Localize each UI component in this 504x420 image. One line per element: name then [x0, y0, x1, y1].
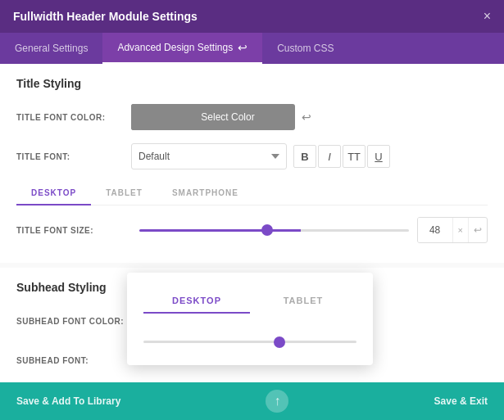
font-styles-group: B I TT U: [293, 145, 390, 168]
size-unit[interactable]: ×: [452, 218, 468, 242]
title-font-size-slider-wrap[interactable]: [139, 229, 409, 232]
modal: Fullwidth Header Module Settings × Gener…: [0, 0, 504, 420]
modal-footer: Save & Add To Library ↑ Save & Exit: [0, 382, 504, 420]
size-reset-icon[interactable]: ↩: [468, 218, 487, 242]
modal-title: Fullwidth Header Module Settings: [13, 10, 198, 23]
color-swatch: [131, 104, 161, 130]
save-library-button[interactable]: Save & Add To Library: [16, 395, 120, 407]
title-font-color-content: Select Color ↩: [131, 104, 488, 130]
subhead-font-color-label: SUBHEAD FONT COLOR:: [16, 317, 131, 326]
modal-body: Title Styling TITLE FONT COLOR: Select C…: [0, 64, 504, 382]
dd-slider-wrap: [143, 327, 356, 349]
footer-circle-btn[interactable]: ↑: [266, 390, 288, 413]
subhead-font-label: SUBHEAD FONT:: [16, 356, 131, 365]
device-tab-tablet[interactable]: TABLET: [91, 182, 157, 205]
color-label: Select Color: [161, 111, 295, 123]
monospace-button[interactable]: TT: [343, 145, 366, 168]
title-font-size-slider[interactable]: [139, 229, 409, 232]
title-font-color-label: TITLE FONT COLOR:: [16, 113, 131, 122]
title-font-size-label: TITLE FONT SIZE:: [16, 226, 131, 235]
dd-slider[interactable]: [143, 341, 356, 343]
tabs-bar: General Settings Advanced Design Setting…: [0, 33, 504, 64]
tab-css[interactable]: Custom CSS: [262, 33, 348, 64]
title-font-color-row: TITLE FONT COLOR: Select Color ↩: [16, 103, 488, 131]
title-styling-heading: Title Styling: [16, 77, 488, 90]
bold-button[interactable]: B: [293, 145, 316, 168]
modal-header: Fullwidth Header Module Settings ×: [0, 0, 504, 33]
color-reset-icon[interactable]: ↩: [302, 111, 311, 124]
title-color-button[interactable]: Select Color: [131, 104, 295, 130]
title-font-size-input-wrap: × ↩: [417, 217, 488, 243]
title-font-size-row: TITLE FONT SIZE: × ↩: [16, 217, 488, 243]
title-font-row: TITLE FONT: Default B I TT U: [16, 142, 488, 170]
title-font-content: Default B I TT U: [131, 143, 488, 169]
dd-tab-tablet[interactable]: TABLET: [250, 289, 356, 314]
dd-tab-desktop[interactable]: DESKTOP: [143, 289, 250, 314]
underline-button[interactable]: U: [367, 145, 390, 168]
close-button[interactable]: ×: [484, 10, 491, 23]
title-styling-section: Title Styling TITLE FONT COLOR: Select C…: [0, 64, 504, 263]
device-tab-desktop[interactable]: DESKTOP: [16, 182, 91, 205]
tab-general[interactable]: General Settings: [0, 33, 102, 64]
footer-center: ↑: [266, 390, 288, 413]
italic-button[interactable]: I: [318, 145, 341, 168]
dropdown-device-tabs: DESKTOP TABLET: [143, 289, 356, 314]
title-font-select[interactable]: Default: [131, 143, 287, 169]
tab-advanced[interactable]: Advanced Design Settings ↩: [102, 33, 262, 64]
dropdown-overlay: DESKTOP TABLET: [127, 273, 373, 365]
save-exit-button[interactable]: Save & Exit: [434, 395, 488, 407]
title-font-size-input[interactable]: [418, 218, 452, 242]
footer-circle-icon: ↑: [274, 394, 280, 409]
undo-icon[interactable]: ↩: [238, 41, 247, 54]
title-font-label: TITLE FONT:: [16, 152, 131, 161]
device-tab-smartphone[interactable]: SMARTPHONE: [157, 182, 253, 205]
device-tabs-title: DESKTOP TABLET SMARTPHONE: [16, 182, 488, 205]
